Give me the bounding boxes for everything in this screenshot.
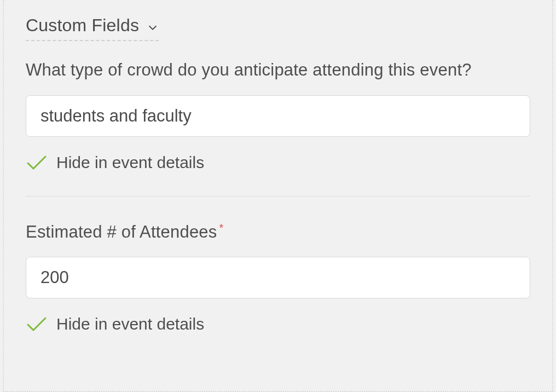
field-label-attendees: Estimated # of Attendees* [26, 220, 530, 245]
attendees-input[interactable] [26, 257, 530, 298]
hide-label-crowd: Hide in event details [56, 153, 204, 172]
field-label-crowd: What type of crowd do you anticipate att… [26, 57, 530, 83]
required-asterisk: * [219, 222, 223, 234]
field-attendees: Estimated # of Attendees* Hide in event … [26, 220, 530, 334]
crowd-type-input[interactable] [26, 95, 530, 137]
field-divider [26, 196, 530, 197]
field-crowd-type: What type of crowd do you anticipate att… [26, 57, 530, 172]
section-title: Custom Fields [26, 15, 139, 36]
custom-fields-panel: Custom Fields What type of crowd do you … [3, 0, 553, 392]
check-icon [26, 315, 48, 333]
chevron-down-icon [147, 21, 159, 33]
check-icon [26, 153, 48, 172]
hide-toggle-crowd[interactable]: Hide in event details [26, 153, 530, 172]
hide-label-attendees: Hide in event details [56, 315, 204, 333]
hide-toggle-attendees[interactable]: Hide in event details [26, 315, 530, 333]
section-header[interactable]: Custom Fields [26, 15, 159, 41]
attendees-label-text: Estimated # of Attendees [26, 222, 217, 241]
